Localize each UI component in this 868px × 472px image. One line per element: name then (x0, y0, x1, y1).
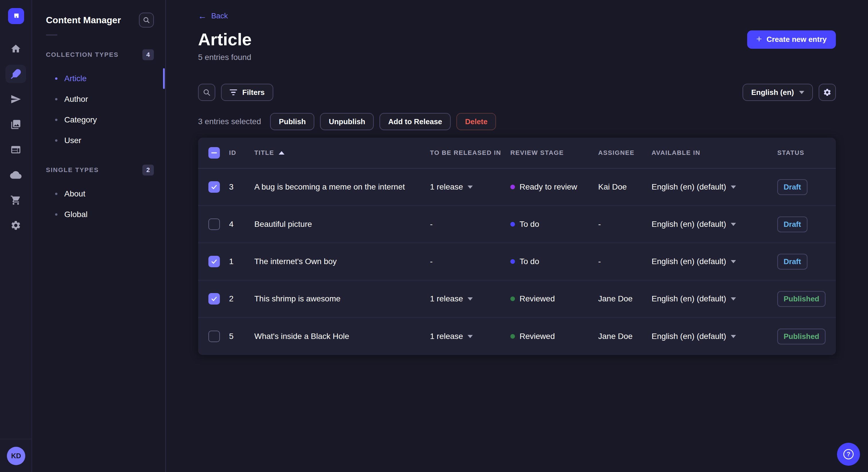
user-avatar[interactable]: KD (7, 447, 25, 465)
toolbar-right: English (en) (743, 84, 836, 101)
releases-icon[interactable] (5, 90, 26, 108)
row-release[interactable]: 1 release (430, 182, 510, 192)
row-checkbox[interactable] (208, 331, 220, 342)
column-header-available-in[interactable]: AVAILABLE IN (652, 149, 777, 157)
column-header-title[interactable]: TITLE (254, 149, 430, 157)
column-header-id[interactable]: ID (229, 149, 254, 157)
sidebar-search-button[interactable] (139, 12, 154, 28)
unpublish-button[interactable]: Unpublish (320, 113, 374, 130)
sidebar-item-user[interactable]: User (32, 130, 165, 151)
arrow-left-icon: ← (198, 12, 207, 20)
view-settings-button[interactable] (818, 84, 836, 101)
single-types-list: AboutGlobal (32, 183, 165, 225)
table-header-row: ID TITLE TO BE RELEASED IN REVIEW STAGE … (198, 138, 836, 169)
row-release[interactable]: 1 release (430, 332, 510, 341)
sidebar-divider (46, 34, 57, 36)
bullet-icon (55, 193, 57, 195)
row-review-stage: To do (510, 220, 598, 229)
status-badge: Draft (777, 216, 807, 232)
row-title: The internet's Own boy (254, 257, 430, 266)
count-badge: 4 (143, 49, 154, 60)
table-row[interactable]: 2This shrimp is awesome1 releaseReviewed… (198, 280, 836, 318)
sort-ascending-icon (279, 151, 284, 155)
sidebar-item-label: Article (64, 74, 87, 83)
column-header-assignee[interactable]: ASSIGNEE (598, 149, 652, 157)
row-id: 1 (229, 257, 254, 266)
plus-icon: + (756, 33, 762, 44)
home-icon[interactable] (5, 40, 26, 58)
content-manager-icon[interactable] (5, 65, 26, 83)
row-release: - (430, 257, 510, 266)
table-row[interactable]: 4Beautiful picture-To do-English (en) (d… (198, 206, 836, 243)
row-checkbox[interactable] (208, 256, 220, 267)
table-row[interactable]: 5What's inside a Black Hole1 releaseRevi… (198, 318, 836, 355)
row-locale[interactable]: English (en) (default) (652, 294, 777, 303)
row-locale[interactable]: English (en) (default) (652, 257, 777, 266)
status-badge: Published (777, 329, 826, 344)
section-label: COLLECTION TYPES (46, 51, 119, 59)
row-assignee: - (598, 257, 652, 266)
filters-button[interactable]: Filters (221, 84, 273, 101)
row-locale[interactable]: English (en) (default) (652, 332, 777, 341)
entries-count-subtitle: 5 entries found (198, 53, 836, 62)
toolbar: Filters English (en) (198, 84, 836, 101)
sidebar-item-about[interactable]: About (32, 183, 165, 204)
deploy-cloud-icon[interactable] (5, 166, 26, 184)
content-type-builder-icon[interactable] (5, 140, 26, 159)
table-row[interactable]: 3A bug is becoming a meme on the interne… (198, 169, 836, 206)
bullet-icon (55, 119, 57, 121)
row-locale[interactable]: English (en) (default) (652, 220, 777, 229)
table-row[interactable]: 1The internet's Own boy-To do-English (e… (198, 243, 836, 280)
stage-dot-icon (510, 185, 515, 189)
strapi-logo-icon (12, 12, 20, 20)
indeterminate-dash-icon (211, 152, 217, 154)
gear-icon (823, 88, 832, 97)
row-title: A bug is becoming a meme on the internet (254, 182, 430, 192)
sidebar-item-global[interactable]: Global (32, 204, 165, 225)
settings-gear-icon[interactable] (5, 216, 26, 235)
row-checkbox[interactable] (208, 181, 220, 193)
delete-button[interactable]: Delete (456, 113, 496, 130)
selection-row: 3 entries selected PublishUnpublishAdd t… (198, 113, 836, 130)
media-library-icon[interactable] (5, 115, 26, 134)
selection-count-text: 3 entries selected (198, 117, 261, 126)
column-header-released-in[interactable]: TO BE RELEASED IN (430, 149, 510, 157)
select-all-checkbox[interactable] (208, 147, 220, 159)
bullet-icon (55, 139, 57, 142)
navbar-divider (0, 439, 32, 439)
locale-select[interactable]: English (en) (743, 84, 813, 101)
count-badge: 2 (143, 165, 154, 175)
sidebar-item-article[interactable]: Article (32, 68, 165, 89)
check-icon (211, 258, 218, 265)
help-button[interactable]: ? (837, 443, 860, 466)
column-header-status[interactable]: STATUS (777, 149, 826, 157)
bullet-icon (55, 77, 57, 80)
chevron-down-icon (731, 260, 736, 263)
row-checkbox[interactable] (208, 218, 220, 230)
add-to-release-button[interactable]: Add to Release (379, 113, 451, 130)
row-title: Beautiful picture (254, 220, 430, 229)
nav-icon-list (0, 40, 32, 235)
table-body: 3A bug is becoming a meme on the interne… (198, 169, 836, 355)
sidebar-item-category[interactable]: Category (32, 109, 165, 130)
status-badge: Draft (777, 179, 807, 195)
sidebar-title: Content Manager (46, 15, 121, 26)
strapi-logo[interactable] (8, 8, 24, 24)
sidebar-header: Content Manager (32, 0, 165, 28)
row-locale[interactable]: English (en) (default) (652, 182, 777, 192)
bullet-icon (55, 98, 57, 100)
row-id: 4 (229, 220, 254, 229)
marketplace-cart-icon[interactable] (5, 191, 26, 209)
column-header-review-stage[interactable]: REVIEW STAGE (510, 149, 598, 157)
stage-dot-icon (510, 297, 515, 301)
search-icon (143, 16, 150, 24)
back-link[interactable]: ← Back (198, 11, 228, 20)
check-icon (211, 295, 218, 302)
row-id: 2 (229, 294, 254, 303)
sidebar-item-author[interactable]: Author (32, 89, 165, 109)
search-button[interactable] (198, 84, 215, 101)
row-release[interactable]: 1 release (430, 294, 510, 303)
row-checkbox[interactable] (208, 293, 220, 305)
publish-button[interactable]: Publish (270, 113, 314, 130)
create-new-entry-button[interactable]: + Create new entry (747, 30, 836, 49)
